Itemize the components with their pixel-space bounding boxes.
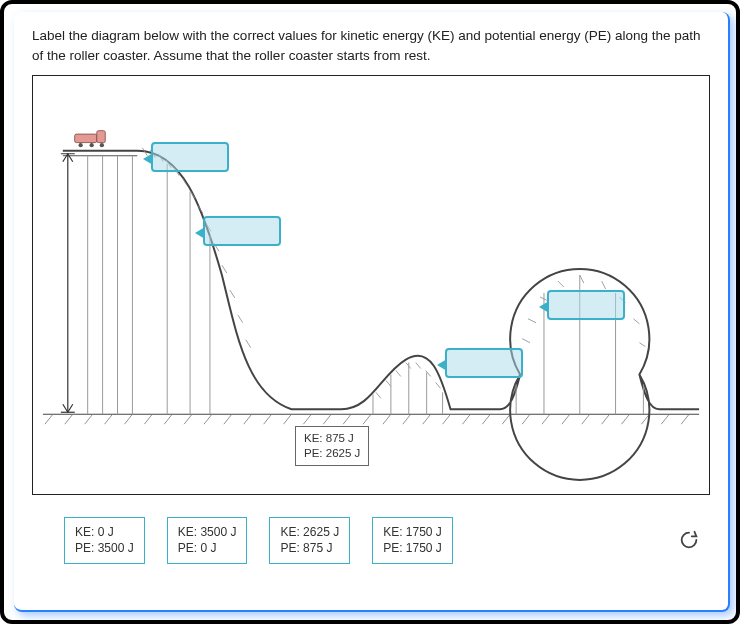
question-prompt: Label the diagram below with the correct… [32, 26, 710, 65]
tile-ke: KE: 0 J [75, 524, 134, 540]
svg-line-59 [580, 275, 584, 283]
placed-ke-line: KE: 875 J [304, 431, 360, 446]
answer-tile-2[interactable]: KE: 2625 J PE: 875 J [269, 517, 350, 563]
svg-line-62 [633, 319, 639, 324]
tile-ke: KE: 1750 J [383, 524, 442, 540]
svg-line-58 [558, 281, 564, 287]
svg-point-86 [79, 143, 83, 147]
svg-line-9 [204, 414, 212, 424]
pointer-icon [195, 227, 205, 239]
drop-slot-loop-top[interactable] [547, 290, 625, 320]
svg-line-15 [323, 414, 331, 424]
svg-line-45 [230, 290, 235, 298]
placed-tile-bottom[interactable]: KE: 875 J PE: 2625 J [295, 426, 369, 466]
answer-tile-0[interactable]: KE: 0 J PE: 3500 J [64, 517, 145, 563]
svg-line-12 [264, 414, 272, 424]
svg-line-46 [238, 315, 243, 323]
pointer-icon [143, 153, 153, 165]
tile-pe: PE: 3500 J [75, 540, 134, 556]
svg-line-30 [622, 414, 630, 424]
svg-line-8 [184, 414, 192, 424]
svg-line-10 [224, 414, 232, 424]
svg-line-16 [343, 414, 351, 424]
svg-line-60 [602, 281, 606, 289]
svg-line-17 [363, 414, 371, 424]
svg-line-14 [303, 414, 311, 424]
tile-ke: KE: 2625 J [280, 524, 339, 540]
placed-pe-line: PE: 2625 J [304, 446, 360, 461]
reset-icon[interactable] [678, 529, 700, 551]
svg-line-6 [144, 414, 152, 424]
svg-line-25 [522, 414, 530, 424]
track-svg [33, 76, 709, 494]
svg-line-19 [403, 414, 411, 424]
tile-ke: KE: 3500 J [178, 524, 237, 540]
svg-line-29 [602, 414, 610, 424]
svg-line-22 [462, 414, 470, 424]
svg-line-26 [542, 414, 550, 424]
svg-line-49 [386, 381, 391, 387]
svg-line-50 [396, 371, 401, 377]
svg-point-88 [100, 143, 104, 147]
svg-line-56 [528, 319, 536, 323]
drop-slot-small-hill[interactable] [445, 348, 523, 378]
tile-pe: PE: 0 J [178, 540, 237, 556]
outer-frame: Label the diagram below with the correct… [0, 0, 740, 624]
pointer-icon [437, 359, 447, 371]
svg-line-7 [164, 414, 172, 424]
tile-pe: PE: 875 J [280, 540, 339, 556]
svg-line-33 [681, 414, 689, 424]
svg-line-44 [222, 265, 227, 273]
drop-slot-mid-hill[interactable] [203, 216, 281, 246]
svg-line-20 [423, 414, 431, 424]
svg-rect-84 [75, 134, 97, 142]
svg-line-18 [383, 414, 391, 424]
drop-slot-top-hill[interactable] [151, 142, 229, 172]
svg-line-28 [582, 414, 590, 424]
svg-line-1 [45, 414, 53, 424]
svg-line-13 [284, 414, 292, 424]
svg-line-23 [482, 414, 490, 424]
roller-coaster-diagram: KE: 875 J PE: 2625 J [32, 75, 710, 495]
svg-line-52 [416, 363, 421, 369]
svg-line-3 [85, 414, 93, 424]
svg-point-87 [90, 143, 94, 147]
svg-line-27 [562, 414, 570, 424]
tile-pe: PE: 1750 J [383, 540, 442, 556]
svg-line-54 [436, 383, 441, 389]
svg-line-24 [502, 414, 510, 424]
svg-line-21 [443, 414, 451, 424]
svg-line-5 [124, 414, 132, 424]
svg-line-48 [376, 392, 381, 398]
svg-line-11 [244, 414, 252, 424]
svg-rect-85 [97, 131, 105, 143]
answer-tile-1[interactable]: KE: 3500 J PE: 0 J [167, 517, 248, 563]
svg-line-4 [105, 414, 113, 424]
answer-tile-row: KE: 0 J PE: 3500 J KE: 3500 J PE: 0 J KE… [32, 517, 710, 563]
roller-coaster-cart-icon [73, 129, 107, 147]
pointer-icon [539, 301, 549, 313]
svg-line-63 [639, 343, 645, 347]
svg-line-2 [65, 414, 73, 424]
svg-line-47 [246, 340, 251, 348]
answer-tile-3[interactable]: KE: 1750 J PE: 1750 J [372, 517, 453, 563]
svg-line-32 [661, 414, 669, 424]
question-card: Label the diagram below with the correct… [14, 12, 730, 612]
svg-line-55 [522, 339, 530, 343]
